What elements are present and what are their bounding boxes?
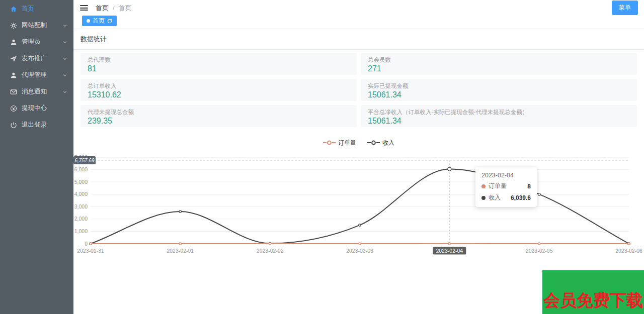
sidebar-item-label: 代理管理 [22, 71, 47, 79]
stat-card-label: 总会员数 [368, 56, 630, 64]
breadcrumb: 首页/首页 [96, 3, 132, 13]
refresh-icon[interactable] [107, 19, 112, 24]
legend-marker-icon [323, 140, 336, 145]
tab-label: 首页 [93, 17, 105, 25]
series-dot-icon [481, 196, 486, 200]
chart-legend: 订单量收入 [73, 133, 644, 152]
svg-text:2023-02-02: 2023-02-02 [257, 248, 284, 254]
withdraw-icon [10, 105, 17, 112]
gear-icon [10, 22, 17, 29]
svg-text:0: 0 [85, 241, 88, 247]
tab-home[interactable]: 首页 [82, 16, 117, 26]
sidebar-item-power-7[interactable]: 退出登录 [0, 117, 73, 133]
stats-grid: 总代理数81总会员数271总订单收入15310.62实际已提现金额15061.3… [80, 53, 637, 127]
svg-text:1,000: 1,000 [74, 228, 88, 234]
sidebar-item-label: 提现中心 [22, 104, 47, 113]
user-icon [10, 72, 17, 79]
breadcrumb-separator: / [113, 4, 115, 12]
user-icon [10, 39, 17, 46]
breadcrumb-current: 首页 [119, 4, 132, 12]
app-window: 首页网站配制管理员发布推广代理管理消息通知提现中心退出登录 首页/首页 菜单 首… [0, 0, 644, 314]
tooltip-series-value: 8 [527, 183, 531, 190]
legend-item[interactable]: 收入 [367, 139, 394, 147]
svg-text:2023-02-05: 2023-02-05 [526, 248, 553, 254]
svg-text:4,000: 4,000 [74, 191, 88, 197]
stat-card: 总会员数271 [361, 53, 637, 75]
chevron-down-icon [62, 73, 67, 78]
hamburger-icon[interactable] [80, 5, 88, 11]
legend-item[interactable]: 订单量 [323, 139, 356, 147]
home-icon [10, 6, 17, 13]
chart-tooltip: 2023-02-04 订单量8收入6,039.6 [475, 167, 537, 207]
chart-block: 订单量收入 01,0002,0003,0004,0005,0006,0007,0… [73, 133, 644, 259]
sidebar-item-label: 网站配制 [22, 21, 47, 30]
stat-card-label: 总订单收入 [88, 82, 350, 90]
svg-text:2023-02-03: 2023-02-03 [346, 248, 373, 254]
stat-card-value: 15061.34 [368, 90, 630, 99]
sidebar-item-home-0[interactable]: 首页 [0, 1, 73, 17]
chevron-down-icon [62, 40, 67, 45]
stat-card-label: 实际已提现金额 [368, 82, 630, 90]
sidebar-item-user-4[interactable]: 代理管理 [0, 67, 73, 83]
main-panel: 首页/首页 菜单 首页 数据统计 总代理数81总会员数271总订单收入15310… [73, 0, 644, 314]
stat-card-label: 总代理数 [88, 56, 350, 64]
sidebar-item-send-3[interactable]: 发布推广 [0, 50, 73, 67]
stat-card: 实际已提现金额15061.34 [361, 79, 637, 101]
svg-text:2023-02-01: 2023-02-01 [167, 248, 194, 254]
line-chart[interactable]: 01,0002,0003,0004,0005,0006,0007,0002023… [73, 152, 644, 259]
promo-banner[interactable]: 会员免费下载 [542, 270, 644, 314]
sidebar-item-user-2[interactable]: 管理员 [0, 34, 73, 50]
sidebar-item-mail-5[interactable]: 消息通知 [0, 83, 73, 100]
breadcrumb-root[interactable]: 首页 [96, 4, 109, 12]
svg-text:3,000: 3,000 [74, 203, 88, 210]
chevron-down-icon [62, 56, 67, 61]
legend-label: 收入 [382, 139, 394, 147]
stat-card: 代理未提现总金额239.35 [80, 105, 357, 127]
top-navbar: 首页/首页 菜单 [73, 0, 644, 16]
tabs-bar: 首页 [73, 16, 644, 29]
svg-text:6,000: 6,000 [74, 166, 88, 172]
stat-card: 总代理数81 [80, 53, 357, 75]
legend-marker-icon [367, 140, 380, 145]
svg-text:2023-02-04: 2023-02-04 [436, 248, 463, 254]
tooltip-series-value: 6,039.6 [511, 194, 531, 201]
tooltip-row: 订单量8 [481, 182, 531, 190]
tooltip-series-name: 订单量 [489, 182, 507, 190]
tooltip-rows: 订单量8收入6,039.6 [481, 182, 531, 202]
stat-card-value: 271 [368, 64, 630, 73]
tooltip-row: 收入6,039.6 [481, 193, 531, 202]
svg-text:2023-01-31: 2023-01-31 [77, 248, 104, 254]
sidebar-item-label: 管理员 [22, 38, 41, 46]
stat-card-value: 239.35 [88, 117, 350, 126]
stat-card-value: 15310.62 [88, 90, 350, 99]
stat-card-label: 代理未提现总金额 [88, 109, 350, 116]
stat-card: 平台总净收入（订单收入-实际已提现金额-代理未提现总金额）15061.34 [361, 105, 637, 127]
tab-active-dot-icon [87, 19, 90, 23]
power-icon [10, 122, 17, 129]
sidebar-item-gear-1[interactable]: 网站配制 [0, 17, 73, 34]
svg-text:5,000: 5,000 [74, 179, 88, 185]
stat-card: 总订单收入15310.62 [80, 79, 357, 101]
svg-text:6,757.69: 6,757.69 [75, 158, 95, 163]
menu-button[interactable]: 菜单 [612, 1, 638, 15]
series-dot-icon [481, 184, 486, 188]
sidebar-item-withdraw-6[interactable]: 提现中心 [0, 100, 73, 117]
stat-card-value: 15061.34 [368, 117, 630, 126]
svg-text:2,000: 2,000 [74, 216, 88, 222]
sidebar-menu: 首页网站配制管理员发布推广代理管理消息通知提现中心退出登录 [0, 1, 73, 133]
chevron-down-icon [62, 89, 67, 94]
sidebar-item-label: 退出登录 [22, 121, 47, 129]
svg-text:2023-02-06: 2023-02-06 [615, 248, 642, 254]
sidebar: 首页网站配制管理员发布推广代理管理消息通知提现中心退出登录 [0, 0, 73, 314]
mail-icon [10, 88, 17, 95]
section-title: 数据统计 [73, 29, 644, 50]
sidebar-item-label: 发布推广 [22, 54, 47, 63]
send-icon [10, 55, 17, 62]
tooltip-series-name: 收入 [489, 193, 501, 202]
tooltip-title: 2023-02-04 [481, 172, 531, 179]
sidebar-item-label: 首页 [22, 5, 34, 13]
stat-card-value: 81 [88, 64, 350, 73]
stat-card-label: 平台总净收入（订单收入-实际已提现金额-代理未提现总金额） [368, 109, 630, 116]
chevron-down-icon [62, 23, 67, 28]
sidebar-item-label: 消息通知 [22, 87, 47, 96]
